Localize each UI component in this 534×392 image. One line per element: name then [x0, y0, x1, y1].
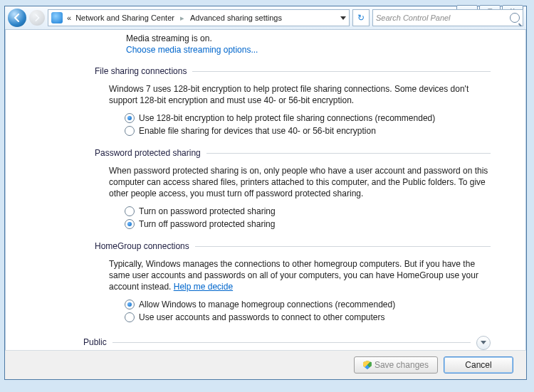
save-changes-button[interactable]: Save changes	[354, 356, 438, 374]
divider	[192, 71, 491, 72]
radio-password-off-label[interactable]: Turn off password protected sharing	[139, 218, 275, 230]
expand-public-button[interactable]	[476, 336, 491, 350]
password-sharing-description: When password protected sharing is on, o…	[109, 165, 491, 200]
control-panel-window: — ▢ ✕ « Network and Sharing Center ▸ Adv…	[4, 6, 527, 380]
breadcrumb-parent[interactable]: Network and Sharing Center	[75, 14, 174, 22]
radio-password-on[interactable]	[125, 206, 135, 216]
divider	[206, 153, 491, 154]
content-scroll[interactable]: Media streaming is on. Choose media stre…	[5, 30, 526, 350]
breadcrumb[interactable]: « Network and Sharing Center ▸ Advanced …	[48, 9, 350, 26]
radio-40-56bit[interactable]	[125, 126, 135, 136]
file-sharing-description: Windows 7 uses 128-bit encryption to hel…	[109, 83, 491, 106]
control-panel-icon	[51, 12, 63, 23]
radio-homegroup-windows-label[interactable]: Allow Windows to manage homegroup connec…	[139, 299, 395, 310]
divider	[195, 246, 491, 247]
media-streaming-options-link[interactable]: Choose media streaming options...	[126, 44, 491, 55]
forward-button[interactable]	[29, 10, 45, 26]
breadcrumb-current[interactable]: Advanced sharing settings	[190, 14, 282, 22]
profile-public-label: Public	[83, 337, 107, 348]
breadcrumb-lead: «	[67, 14, 71, 22]
back-button[interactable]	[8, 9, 26, 27]
radio-40-56bit-label[interactable]: Enable file sharing for devices that use…	[139, 125, 376, 137]
search-input[interactable]: Search Control Panel	[372, 9, 523, 26]
help-me-decide-link[interactable]: Help me decide	[174, 282, 233, 292]
breadcrumb-dropdown-icon[interactable]	[340, 16, 346, 20]
radio-homegroup-user-label[interactable]: Use user accounts and passwords to conne…	[139, 312, 385, 323]
chevron-icon: ▸	[179, 14, 186, 23]
section-title-file-sharing: File sharing connections	[95, 65, 187, 77]
radio-password-on-label[interactable]: Turn on password protected sharing	[139, 206, 276, 217]
cancel-label: Cancel	[465, 360, 491, 370]
radio-homegroup-windows[interactable]	[125, 300, 135, 309]
media-streaming-status: Media streaming is on.	[126, 33, 491, 44]
navigation-bar: « Network and Sharing Center ▸ Advanced …	[5, 6, 526, 30]
save-changes-label: Save changes	[375, 360, 429, 370]
radio-password-off[interactable]	[125, 219, 135, 229]
section-title-homegroup: HomeGroup connections	[95, 240, 189, 252]
cancel-button[interactable]: Cancel	[444, 356, 513, 374]
refresh-button[interactable]: ↻	[352, 9, 370, 26]
homegroup-description: Typically, Windows manages the connectio…	[109, 258, 491, 293]
radio-128bit-label[interactable]: Use 128-bit encryption to help protect f…	[139, 112, 435, 124]
radio-homegroup-user[interactable]	[125, 312, 135, 322]
shield-icon	[363, 361, 372, 369]
homegroup-description-text: Typically, Windows manages the connectio…	[109, 259, 478, 292]
search-icon	[510, 13, 520, 23]
radio-128bit[interactable]	[125, 113, 135, 123]
section-title-password-sharing: Password protected sharing	[95, 147, 201, 159]
footer: Save changes Cancel	[5, 350, 526, 379]
divider	[112, 342, 471, 343]
search-placeholder: Search Control Panel	[376, 14, 451, 22]
